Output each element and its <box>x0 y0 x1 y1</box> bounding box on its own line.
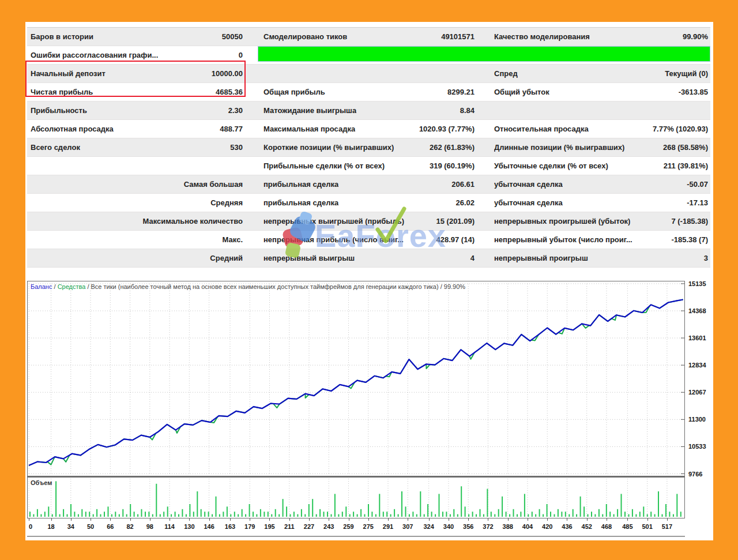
stat-cell: Длинные позиции (% выигравших)268 (58.58… <box>494 143 708 152</box>
volume-pane: Объем <box>27 476 685 518</box>
x-axis-tick-label: 130 <box>184 523 194 530</box>
chart-header-part: / Все тики (наиболее точный метод на осн… <box>85 283 465 290</box>
stat-label: Всего сделок <box>31 143 80 152</box>
stat-value: 8299.21 <box>447 88 475 96</box>
stat-label: Баров в истории <box>31 32 93 41</box>
stat-cell: Короткие позиции (% выигравших)262 (61.8… <box>263 143 475 152</box>
stat-label: Относительная просадка <box>494 125 589 133</box>
stat-cell: Ошибки рассогласования графи...0 <box>27 51 243 59</box>
stat-cell: Максимальное количество <box>27 217 243 225</box>
stat-label: Ошибки рассогласования графи... <box>31 51 158 59</box>
stat-cell: Общий убыток-3613.85 <box>494 88 708 96</box>
report-page: Баров в истории50050Смоделировано тиков4… <box>0 0 738 560</box>
balance-plot <box>28 281 684 476</box>
balance-chart: Баланс / Средства / Все тики (наиболее т… <box>27 281 711 537</box>
stat-value: 8.84 <box>460 106 475 115</box>
x-axis-tick <box>91 518 91 521</box>
stats-row: Абсолютная просадка488.77Максимальная пр… <box>27 120 710 138</box>
x-axis-tick-label: 227 <box>304 523 314 530</box>
stat-cell: Максимальная просадка1020.93 (7.77%) <box>263 125 475 133</box>
x-axis-tick <box>388 518 389 521</box>
stats-row: Среднийнепрерывный выигрыш4непрерывный п… <box>27 249 710 268</box>
x-axis-tick <box>150 518 150 521</box>
stat-cell: Прибыльные сделки (% от всех)319 (60.19%… <box>263 161 475 170</box>
x-axis-tick-label: 34 <box>67 523 74 530</box>
stat-cell: Убыточные сделки (% от всех)211 (39.81%) <box>494 161 708 170</box>
x-axis-tick <box>309 518 310 521</box>
stat-value: 15 (201.09) <box>436 217 475 225</box>
x-axis-tick-label: 98 <box>146 523 153 530</box>
x-axis-tick-label: 340 <box>443 523 454 530</box>
stat-cell: Матожидание выигрыша8.84 <box>263 106 475 115</box>
stat-label: Смоделировано тиков <box>263 32 347 41</box>
stat-cell: непрерывный проигрыш3 <box>494 254 708 262</box>
stat-cell: непрерывных проигрышей (убыток)7 (-185.3… <box>494 217 708 225</box>
stat-label: Общая прибыль <box>263 88 325 96</box>
stat-value: 428.97 (14) <box>436 235 475 244</box>
stat-cell: Относительная просадка7.77% (1020.93) <box>494 125 708 133</box>
stat-cell: непрерывный выигрыш4 <box>263 254 475 262</box>
x-axis-tick <box>449 518 449 521</box>
x-axis-tick-label: 388 <box>503 523 513 530</box>
x-axis-tick <box>250 518 250 521</box>
y-axis-tick-label: 9766 <box>688 471 702 478</box>
y-axis-tick-label: 14368 <box>688 307 706 314</box>
x-axis-tick-label: 404 <box>522 523 533 530</box>
x-axis-tick <box>110 518 111 521</box>
modeling-quality-bar <box>258 46 710 62</box>
stat-cell: Качество моделирования99.90% <box>494 32 708 41</box>
stat-value: -3613.85 <box>679 88 708 96</box>
x-axis-tick-label: 18 <box>47 523 54 530</box>
x-axis-tick <box>29 518 29 521</box>
stat-label: Прибыльные сделки (% от всех) <box>263 161 385 170</box>
stat-label: прибыльная сделка <box>263 180 338 189</box>
stat-cell: прибыльная сделка206.61 <box>263 180 475 189</box>
stat-label: непрерывный выигрыш <box>263 254 355 262</box>
stat-label: непрерывный убыток (число проиг... <box>494 235 632 244</box>
stat-value: 99.90% <box>683 32 708 41</box>
stat-value: 2.30 <box>228 106 243 115</box>
stat-value: 7 (-185.38) <box>671 217 708 225</box>
stat-value: Макс. <box>223 235 243 244</box>
x-axis-tick <box>547 518 548 521</box>
y-axis-tick-label: 10533 <box>688 443 706 450</box>
y-axis-tick-label: 13601 <box>688 335 706 341</box>
y-axis-tick-label: 12067 <box>688 389 706 396</box>
x-axis-tick <box>607 518 607 521</box>
x-axis-tick-label: 436 <box>562 523 572 530</box>
stat-value: 530 <box>230 143 243 152</box>
stat-label: Короткие позиции (% выигравших) <box>263 143 394 152</box>
x-axis-tick <box>329 518 329 521</box>
x-axis-tick-label: 372 <box>483 523 493 530</box>
x-axis-tick <box>71 518 71 521</box>
x-axis-tick-label: 307 <box>402 523 413 530</box>
stat-value: Текущий (0) <box>665 69 708 78</box>
stat-label: непрерывных проигрышей (убыток) <box>494 217 630 225</box>
stat-value: 206.61 <box>451 180 475 189</box>
x-axis-tick-label: 452 <box>582 523 592 530</box>
x-axis-tick-label: 0 <box>29 523 32 530</box>
stat-cell: Средняя <box>27 198 243 207</box>
stat-value: Средний <box>210 254 243 262</box>
stat-cell: непрерывный убыток (число проиг...-185.3… <box>494 235 708 244</box>
x-axis-tick-label: 324 <box>423 523 434 530</box>
stat-value: 1020.93 (7.77%) <box>419 125 475 133</box>
x-axis-tick <box>209 518 210 521</box>
x-axis-tick <box>647 518 648 521</box>
stat-value: Самая большая <box>184 180 243 189</box>
x-axis-tick-label: 146 <box>204 523 214 530</box>
x-axis-tick <box>130 518 131 521</box>
stat-label: убыточная сделка <box>494 180 563 189</box>
stat-label: Абсолютная просадка <box>31 125 114 133</box>
x-axis-tick-label: 195 <box>264 523 274 530</box>
volume-plot <box>28 478 684 517</box>
stat-value: 49101571 <box>441 32 475 41</box>
stat-cell: Макс. <box>27 235 243 244</box>
chart-header-part: Средства <box>58 283 86 290</box>
stat-label: прибыльная сделка <box>263 198 338 207</box>
stat-label: Убыточные сделки (% от всех) <box>494 161 608 170</box>
stat-value: -185.38 (7) <box>671 235 708 244</box>
stat-value: 0 <box>239 51 243 59</box>
stats-row: Всего сделок530Короткие позиции (% выигр… <box>27 138 710 157</box>
x-axis-tick-label: 82 <box>126 523 133 530</box>
